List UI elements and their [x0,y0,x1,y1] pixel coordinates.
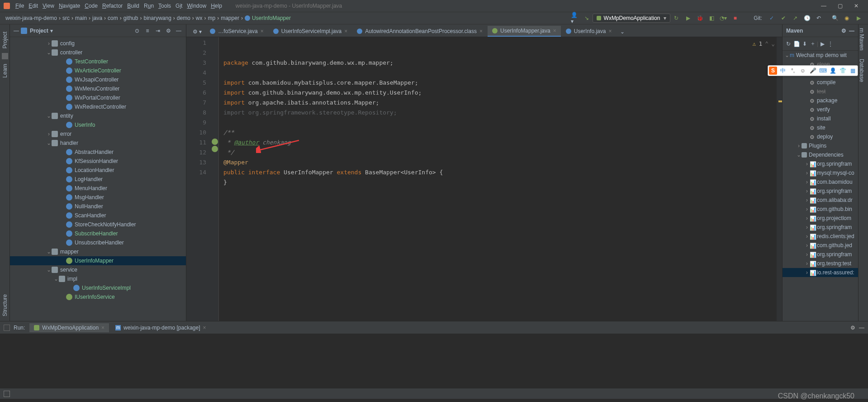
maven-reload-icon[interactable]: ↻ [784,41,792,47]
menu-window[interactable]: Window [187,3,206,9]
tree-item-MenuHandler[interactable]: MenuHandler [10,184,186,193]
breadcrumb-0[interactable]: weixin-java-mp-demo [4,15,59,21]
profile-icon[interactable]: ◔▾ [719,14,727,22]
tab-…foService.java[interactable]: …foService.java× [205,26,268,37]
close-icon[interactable]: × [261,28,264,34]
play-icon[interactable]: ▶ [684,14,692,22]
maven-dep[interactable]: ›📊redis.clients:jed [783,232,858,241]
bug-icon[interactable]: 🐞 [696,14,704,22]
maven-download-icon[interactable]: ⬇ [801,41,809,47]
tree-item-NullHandler[interactable]: NullHandler [10,202,186,211]
close-icon[interactable]: × [101,325,104,331]
menu-view[interactable]: View [43,3,54,9]
menu-refactor[interactable]: Refactor [102,3,123,9]
git-commit-icon[interactable]: ✔ [779,14,787,22]
ime-lang-icon[interactable]: 中 [779,67,787,75]
git-update-icon[interactable]: ✓ [768,14,776,22]
maven-generate-icon[interactable]: 📄 [792,41,801,47]
maven-deps[interactable]: ⌄Dependencies [783,150,858,159]
maven-hide-icon[interactable]: — [849,28,854,34]
hide-icon[interactable]: — [175,28,182,34]
tree-item-WxJsapiController[interactable]: WxJsapiController [10,75,186,84]
maven-dep[interactable]: ›📊org.testng:test [783,259,858,268]
ime-toolbar[interactable]: S 中 °, ☺ 🎤 ⌨ 👤 👕 ▦ [768,65,858,76]
maven-plugins[interactable]: ›Plugins [783,141,858,150]
git-history-icon[interactable]: 🕓 [803,14,811,22]
git-rollback-icon[interactable]: ↶ [815,14,823,22]
maven-more-icon[interactable]: ⋮ [826,41,835,47]
tool-windows-icon[interactable] [4,391,10,397]
tree-item-WxMenuController[interactable]: WxMenuController [10,84,186,93]
maven-dep[interactable]: ›📊org.springfram [783,223,858,232]
close-icon[interactable]: × [203,325,206,331]
tree-item-LocationHandler[interactable]: LocationHandler [10,166,186,175]
minimize-button[interactable]: — [816,3,832,9]
ime-skin-icon[interactable]: 👤 [829,67,837,75]
rail-learn[interactable]: Learn [2,64,8,78]
tab-AutowiredAnnotationBeanPostProcessor.class[interactable]: AutowiredAnnotationBeanPostProcessor.cla… [352,26,487,37]
menu-tools[interactable]: Tools [158,3,171,9]
menu-code[interactable]: Code [85,3,98,9]
rail-structure[interactable]: Structure [2,294,8,316]
maximize-button[interactable]: ▢ [832,3,848,9]
breadcrumb-9[interactable]: mp [206,15,218,21]
breadcrumb-2[interactable]: main [73,15,89,21]
maven-dep[interactable]: ›📊com.github.jed [783,241,858,250]
breadcrumb-1[interactable]: src [61,15,71,21]
ime-keyboard-icon[interactable]: ⌨ [819,67,827,75]
tree-item-handler[interactable]: ⌄handler [10,139,186,148]
breadcrumb-6[interactable]: binarywang [142,15,173,21]
tree-item-KfSessionHandler[interactable]: KfSessionHandler [10,157,186,166]
ime-tool-icon[interactable]: 👕 [839,67,847,75]
editor-stripe[interactable] [777,37,782,321]
maven-settings-icon[interactable]: ⚙ [841,28,846,34]
nav-icon-super[interactable] [212,146,218,152]
user-icon[interactable]: 👤▾ [571,14,579,22]
run-hide-icon[interactable]: — [859,325,864,331]
menu-git[interactable]: Git [175,3,182,9]
maven-dep[interactable]: ›📊org.projectlom [783,214,858,223]
project-tree[interactable]: ›config⌄controllerTestControllerWxArticl… [10,37,186,321]
refresh-icon[interactable]: ↻ [672,14,680,22]
tree-item-config[interactable]: ›config [10,39,186,48]
close-button[interactable]: ✕ [848,3,864,9]
tree-item-mapper[interactable]: ⌄mapper [10,247,186,256]
maven-goal-deploy[interactable]: ⚙deploy [783,132,858,141]
nav-icon-impl[interactable] [212,139,218,145]
breadcrumb-7[interactable]: demo [175,15,192,21]
breadcrumb-3[interactable]: java [90,15,104,21]
close-icon[interactable]: × [608,28,612,34]
maven-dep[interactable]: ›📊org.springfram [783,187,858,196]
breadcrumb-4[interactable]: com [106,15,120,21]
maven-goal-compile[interactable]: ⚙compile [783,78,858,87]
tree-item-IUserInfoService[interactable]: IUserInfoService [10,292,186,302]
tab-options-icon[interactable]: ⚙ ▾ [189,27,205,37]
tree-item-UserInfoMapper[interactable]: UserInfoMapper [10,256,186,265]
sogou-icon[interactable]: S [769,67,777,75]
expand-icon[interactable]: ≡ [144,28,151,34]
ide-icon[interactable]: ◉ [843,14,851,22]
rail-maven[interactable]: m Maven [859,28,865,50]
tree-item-controller[interactable]: ⌄controller [10,48,186,57]
ime-punct-icon[interactable]: °, [789,67,797,75]
maven-dep-selected[interactable]: ›📊io.rest-assured: [783,268,858,277]
breadcrumb-11[interactable]: UserInfoMapper [243,15,293,21]
run-settings-icon[interactable]: ⚙ [850,325,855,331]
tab-list-icon[interactable]: ⌄ [617,27,628,37]
run-tab-app[interactable]: WxMpDemoApplication× [29,323,109,332]
stop-icon[interactable]: ■ [731,14,739,22]
maven-goal-install[interactable]: ⚙install [783,114,858,123]
tree-item-WxPortalController[interactable]: WxPortalController [10,93,186,102]
maven-goal-test[interactable]: ⚙test [783,87,858,96]
ime-grid-icon[interactable]: ▦ [849,67,857,75]
tree-item-entity[interactable]: ⌄entity [10,111,186,120]
ime-emoji-icon[interactable]: ☺ [799,67,807,75]
menu-run[interactable]: Run [144,3,154,9]
breadcrumb-8[interactable]: wx [194,15,204,21]
close-icon[interactable]: × [479,28,483,34]
tree-item-UserInfo[interactable]: UserInfo [10,120,186,129]
search-icon[interactable]: 🔍 [831,14,839,22]
maven-dep[interactable]: ›📊org.springfram [783,159,858,168]
maven-add-icon[interactable]: ＋ [809,40,817,48]
tab-UserInfoMapper.java[interactable]: UserInfoMapper.java× [488,26,561,37]
